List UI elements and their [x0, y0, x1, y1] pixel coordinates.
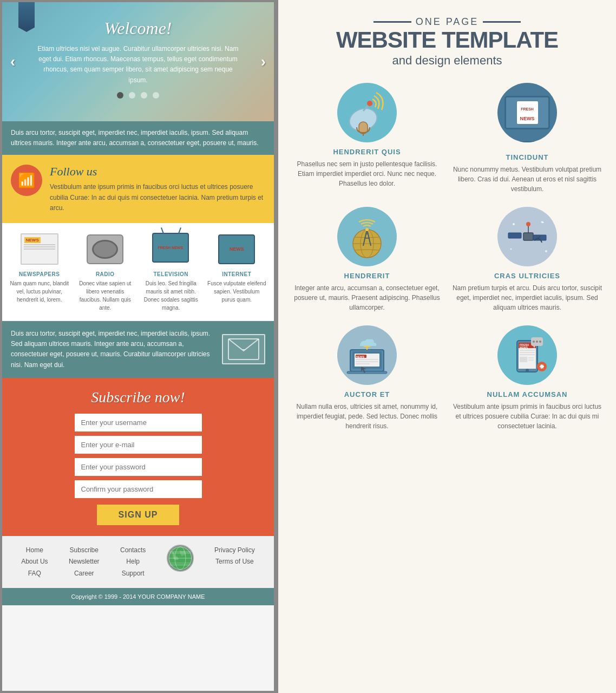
svg-point-27 — [510, 249, 512, 250]
item-2-text: Nunc nonummy metus. Vestibulum volutpat … — [451, 165, 603, 194]
radio-icon-box — [83, 232, 127, 267]
newspapers-label: NEWSPAPERS — [10, 271, 69, 277]
television-label: TELEVISION — [141, 271, 201, 277]
footer-newsletter-link[interactable]: Newsletter — [69, 556, 100, 568]
item-tincidunt: 📢 FRESH NEWS TINCIDUNT Nunc nonummy metu… — [451, 83, 603, 194]
item-3-text: Integer ante arcu, accumsan a, consectet… — [291, 283, 443, 312]
svg-point-23 — [526, 222, 530, 226]
item-4-text: Nam pretium turpis et arcu. Duis arcu to… — [451, 283, 603, 312]
svg-rect-19 — [523, 233, 533, 240]
hero-prev-button[interactable]: ‹ — [10, 53, 15, 70]
mailing-section: Duis arcu tortor, suscipit eget, imperdi… — [2, 321, 274, 378]
follow-section: 📶 Follow us Vestibulum ante ipsum primis… — [2, 155, 274, 223]
internet-icon — [218, 234, 255, 264]
footer-col-privacy: Privacy Policy Terms of Use — [214, 545, 255, 568]
svg-point-18 — [365, 228, 369, 231]
item-4-title: CRAS ULTRICIES — [451, 272, 603, 280]
envelope-icon — [222, 334, 265, 364]
wifi-icon: 📶 — [18, 172, 35, 189]
footer-nav: Home About Us FAQ Subscribe Newsletter C… — [2, 536, 274, 589]
media-section: NEWSPAPERS Nam quam nunc, blandit vel, l… — [2, 223, 274, 321]
follow-icon: 📶 — [11, 165, 42, 196]
footer-col-1: Home About Us FAQ — [21, 545, 48, 580]
tv-icon-right: 📢 FRESH NEWS — [497, 83, 557, 142]
header-line-left — [373, 21, 411, 23]
svg-point-28 — [545, 250, 547, 252]
svg-rect-20 — [508, 233, 521, 238]
item-5-title: AUCTOR ET — [291, 390, 443, 398]
footer-col-globe — [167, 545, 194, 572]
satellite-icon — [497, 207, 557, 266]
hero-dot-3[interactable] — [141, 92, 147, 99]
subscribe-section: Subscribe now! SIGN UP — [2, 378, 274, 536]
subscribe-title: Subscribe now! — [11, 389, 265, 406]
mailing-text: Duis arcu tortor, suscipit eget, imperdi… — [11, 329, 213, 370]
footer-about-link[interactable]: About Us — [21, 556, 48, 568]
svg-rect-0 — [228, 339, 259, 359]
radio-icon — [87, 234, 123, 264]
hero-dot-4[interactable] — [153, 92, 159, 99]
header-sub-title2: and design elements — [291, 54, 603, 68]
follow-content: Follow us Vestibulum ante ipsum primis i… — [50, 165, 265, 213]
copyright-text: Copyright © 1999 - 2014 YOUR COMPANY NAM… — [71, 593, 205, 600]
media-newspapers: NEWSPAPERS Nam quam nunc, blandit vel, l… — [10, 232, 69, 312]
username-input[interactable] — [75, 414, 202, 432]
confirm-password-input[interactable] — [75, 480, 202, 498]
hero-text: Etiam ultricies nisi vel augue. Curabitu… — [35, 44, 241, 86]
icon-grid: HENDRERIT QUIS Phasellus nec sem in just… — [291, 83, 603, 431]
newspapers-desc: Nam quam nunc, blandit vel, luctus pulvi… — [10, 279, 69, 304]
internet-icon-box — [215, 232, 258, 267]
tv-icon — [152, 233, 189, 263]
hero-dots — [35, 92, 241, 99]
svg-point-52 — [526, 369, 529, 372]
footer-col-3: Contacts Help Support — [120, 545, 146, 580]
tablet-news-icon: FRESH NEWS — [497, 325, 557, 385]
tv-icon-box — [149, 232, 193, 267]
svg-text:NEWS: NEWS — [356, 355, 365, 358]
header-line-right — [483, 21, 521, 23]
hero-bookmark — [18, 2, 35, 32]
item-hendrerit-quis: HENDRERIT QUIS Phasellus nec sem in just… — [291, 83, 443, 194]
footer-career-link[interactable]: Career — [69, 568, 100, 580]
footer-copyright: Copyright © 1999 - 2014 YOUR COMPANY NAM… — [2, 588, 274, 605]
satellite-dish-icon — [337, 83, 397, 142]
internet-label: INTERNET — [207, 271, 266, 277]
header-main-title: WEBSITE TEMPLATE — [291, 29, 603, 51]
hero-dot-1[interactable] — [117, 92, 123, 99]
item-cras-ultricies: CRAS ULTRICIES Nam pretium turpis et arc… — [451, 207, 603, 312]
signup-button[interactable]: SIGN UP — [97, 505, 180, 525]
media-internet: INTERNET Fusce vulputate eleifend sapien… — [207, 232, 266, 312]
item-6-title: NULLAM ACCUMSAN — [451, 390, 603, 398]
svg-rect-37 — [347, 371, 387, 374]
item-3-title: HENDRERIT — [291, 272, 443, 280]
media-radio: RADIO Donec vitae sapien ut libero venen… — [75, 232, 135, 312]
item-6-text: Vestibulum ante ipsum primis in faucibus… — [451, 402, 603, 431]
radio-label: RADIO — [75, 271, 135, 277]
footer-privacy-link[interactable]: Privacy Policy — [214, 545, 255, 557]
footer-help-link[interactable]: Help — [120, 556, 146, 568]
item-auctor-et: NEWS AUCTOR ET Nullam nulla eros, ultric — [291, 325, 443, 431]
header-subtitle: ONE PAGE — [416, 16, 479, 28]
footer-faq-link[interactable]: FAQ — [21, 568, 48, 580]
hero-slider: ‹ Welcome! Etiam ultricies nisi vel augu… — [2, 2, 274, 121]
description-bar: Duis arcu tortor, suscipit eget, imperdi… — [2, 121, 274, 155]
footer-contacts-link[interactable]: Contacts — [120, 545, 146, 557]
footer-terms-link[interactable]: Terms of Use — [214, 556, 255, 568]
item-nullam-accumsan: FRESH NEWS — [451, 325, 603, 431]
footer-col-2: Subscribe Newsletter Career — [69, 545, 100, 580]
laptop-news-icon: NEWS — [337, 325, 397, 385]
footer-support-link[interactable]: Support — [120, 568, 146, 580]
television-desc: Duis leo. Sed fringilla mauris sit amet … — [141, 279, 201, 312]
password-input[interactable] — [75, 458, 202, 476]
hero-dot-2[interactable] — [129, 92, 135, 99]
hero-next-button[interactable]: › — [261, 53, 266, 70]
footer-subscribe-link[interactable]: Subscribe — [69, 545, 100, 557]
email-input[interactable] — [75, 436, 202, 454]
footer-home-link[interactable]: Home — [21, 545, 48, 557]
right-header: ONE PAGE WEBSITE TEMPLATE and design ele… — [291, 16, 603, 68]
item-5-text: Nullam nulla eros, ultricies sit amet, n… — [291, 402, 443, 431]
svg-point-56 — [539, 341, 541, 343]
svg-point-1 — [169, 547, 192, 570]
left-panel: ‹ Welcome! Etiam ultricies nisi vel augu… — [0, 0, 276, 693]
newspaper-icon — [21, 233, 58, 265]
